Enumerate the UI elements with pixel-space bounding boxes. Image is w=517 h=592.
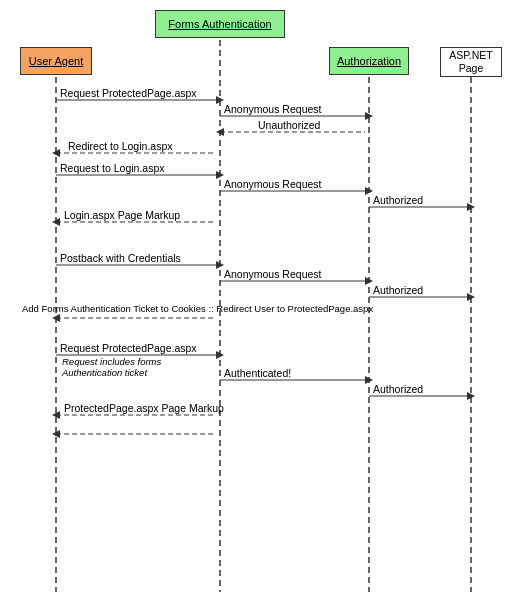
user-agent-label: User Agent: [29, 55, 83, 67]
svg-text:Anonymous Request: Anonymous Request: [224, 268, 322, 280]
svg-text:Add Forms Authentication Ticke: Add Forms Authentication Ticket to Cooki…: [22, 303, 373, 314]
diagram-svg: Request ProtectedPage.aspx Anonymous Req…: [0, 0, 517, 592]
svg-text:Request ProtectedPage.aspx: Request ProtectedPage.aspx: [60, 342, 197, 354]
svg-text:Authorized: Authorized: [373, 383, 423, 395]
svg-text:Authenticated!: Authenticated!: [224, 367, 291, 379]
svg-text:Redirect to Login.aspx: Redirect to Login.aspx: [68, 140, 173, 152]
svg-text:ProtectedPage.aspx Page Markup: ProtectedPage.aspx Page Markup: [64, 402, 224, 414]
svg-text:Anonymous Request: Anonymous Request: [224, 103, 322, 115]
svg-text:Request ProtectedPage.aspx: Request ProtectedPage.aspx: [60, 87, 197, 99]
svg-text:Authorized: Authorized: [373, 284, 423, 296]
authorization-label: Authorization: [337, 55, 401, 67]
actor-authorization: Authorization: [329, 47, 409, 75]
aspnet-page-label: ASP.NETPage: [449, 49, 493, 74]
svg-text:Login.aspx Page Markup: Login.aspx Page Markup: [64, 209, 180, 221]
svg-text:Anonymous Request: Anonymous Request: [224, 178, 322, 190]
actor-user-agent: User Agent: [20, 47, 92, 75]
svg-text:Authorized: Authorized: [373, 194, 423, 206]
svg-text:Authentication ticket: Authentication ticket: [61, 367, 147, 378]
svg-text:Request includes forms: Request includes forms: [62, 356, 162, 367]
svg-text:Postback with Credentials: Postback with Credentials: [60, 252, 181, 264]
svg-text:Unauthorized: Unauthorized: [258, 119, 321, 131]
forms-auth-label: Forms Authentication: [168, 18, 271, 30]
svg-text:Request to Login.aspx: Request to Login.aspx: [60, 162, 165, 174]
actor-aspnet-page: ASP.NETPage: [440, 47, 502, 77]
actor-forms-auth: Forms Authentication: [155, 10, 285, 38]
sequence-diagram: Request ProtectedPage.aspx Anonymous Req…: [0, 0, 517, 592]
